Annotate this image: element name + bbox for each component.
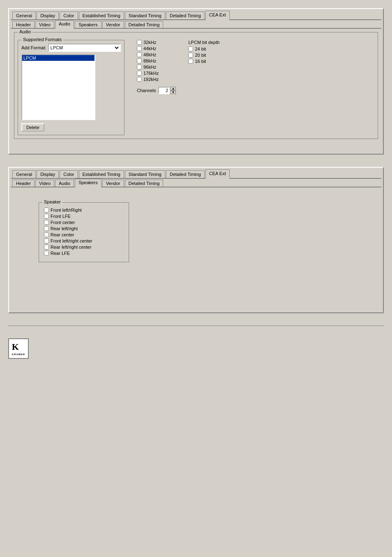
subtab-audio-2[interactable]: Audio	[55, 180, 74, 187]
tab-general-2[interactable]: General	[12, 170, 36, 178]
subtab-header-1[interactable]: Header	[12, 21, 35, 28]
speaker-front-left-right-checkbox[interactable]	[44, 208, 49, 213]
tab-standard-timing-1[interactable]: Standard Timing	[125, 12, 165, 19]
freq-176khz-label: 176kHz	[143, 71, 159, 76]
freq-176khz-row: 176kHz	[137, 71, 176, 76]
subtab-vendor-2[interactable]: Vendor	[102, 180, 124, 187]
tab-established-timing-1[interactable]: Established Timing	[79, 12, 124, 19]
lpcm-bit-depth-label: LPCM bit depth	[188, 40, 219, 45]
subtab-vendor-1[interactable]: Vendor	[102, 21, 124, 28]
add-format-label: Add Format:	[21, 45, 46, 50]
speaker-front-lr-center-checkbox[interactable]	[44, 238, 49, 243]
subtab-detailed-timing-1[interactable]: Detailed Timing	[125, 21, 164, 28]
speakers-content: Speaker Front left/rRight Front LFE Fron…	[14, 191, 378, 270]
speaker-rear-lr-center-row: Rear left/right center	[44, 245, 122, 250]
bit-16-label: 16 bit	[195, 59, 206, 64]
bit-20-checkbox[interactable]	[188, 53, 193, 58]
main-tab-bar-2: General Display Color Established Timing…	[11, 169, 381, 179]
channels-row: Channels ▲ ▼	[137, 87, 176, 94]
tab-standard-timing-2[interactable]: Standard Timing	[125, 170, 165, 178]
subtab-detailed-timing-2[interactable]: Detailed Timing	[125, 180, 164, 187]
speaker-rear-lr-center-label: Rear left/right center	[51, 245, 92, 250]
logo-area: K KRAMER	[8, 330, 384, 359]
channels-label: Channels	[137, 88, 156, 93]
speaker-front-center-checkbox[interactable]	[44, 220, 49, 225]
speaker-front-lr-center-row: Front left/right center	[44, 238, 122, 243]
sub-tab-bar-2: Header Video Audio Speakers Vendor Detai…	[11, 179, 381, 187]
speaker-rear-lfe-checkbox[interactable]	[44, 251, 49, 256]
add-format-row: Add Format: LPCM	[21, 44, 121, 52]
speaker-front-left-right-row: Front left/rRight	[44, 208, 122, 213]
spinner-up-button[interactable]: ▲	[170, 87, 176, 90]
speaker-front-center-label: Front center	[51, 220, 75, 225]
tab-color-1[interactable]: Color	[60, 12, 78, 19]
bit-16-checkbox[interactable]	[188, 59, 193, 64]
spinner-buttons: ▲ ▼	[170, 87, 176, 94]
lpcm-section: LPCM bit depth 24 bit 20 bit 16 bit	[188, 40, 219, 65]
freq-96khz-checkbox[interactable]	[137, 65, 142, 69]
speaker-front-left-right-label: Front left/rRight	[51, 208, 82, 213]
speaker-rear-center-checkbox[interactable]	[44, 232, 49, 237]
logo-content: K KRAMER	[12, 342, 25, 356]
tab-display-2[interactable]: Display	[37, 170, 59, 178]
speaker-rear-center-label: Rear center	[51, 232, 74, 237]
panel-2: General Display Color Established Timing…	[8, 167, 384, 313]
sub-tab-bar-1: Header Video Audio Speakers Vendor Detai…	[11, 20, 381, 29]
freq-96khz-row: 96kHz	[137, 65, 176, 69]
bit-24-row: 24 bit	[188, 46, 219, 51]
audio-content: Supported Formats Add Format: LPCM LPCM …	[18, 36, 374, 135]
speaker-front-lfe-label: Front LFE	[51, 214, 71, 219]
tab-general-1[interactable]: General	[12, 12, 36, 19]
audio-section-label: Audio	[18, 29, 32, 34]
spinner-down-button[interactable]: ▼	[170, 90, 176, 94]
freq-32khz-label: 32kHz	[143, 40, 156, 45]
subtab-audio-1[interactable]: Audio	[55, 20, 74, 29]
logo-k-letter: K	[12, 342, 19, 352]
subtab-video-1[interactable]: Video	[35, 21, 54, 28]
audio-section: Audio Supported Formats Add Format: LPCM…	[14, 32, 378, 139]
subtab-speakers-1[interactable]: Speakers	[75, 21, 101, 28]
speaker-rear-lr-center-checkbox[interactable]	[44, 245, 49, 250]
speaker-group-label: Speaker	[42, 199, 62, 204]
tab-cea-ext-2[interactable]: CEA Ext	[205, 169, 230, 179]
speaker-front-center-row: Front center	[44, 220, 122, 225]
supported-formats-group: Supported Formats Add Format: LPCM LPCM …	[18, 40, 125, 135]
speaker-rear-lfe-label: Rear LFE	[51, 251, 70, 256]
add-format-select[interactable]: LPCM	[48, 44, 121, 52]
freq-32khz-checkbox[interactable]	[137, 40, 142, 45]
subtab-video-2[interactable]: Video	[35, 180, 54, 187]
speaker-rear-lfe-row: Rear LFE	[44, 251, 122, 256]
freq-192khz-label: 192kHz	[143, 77, 159, 82]
bit-20-label: 20 bit	[195, 53, 206, 58]
freq-176khz-checkbox[interactable]	[137, 71, 142, 76]
freq-44khz-checkbox[interactable]	[137, 46, 142, 51]
subtab-speakers-2[interactable]: Speakers	[75, 179, 101, 187]
panel-1: General Display Color Established Timing…	[8, 8, 384, 155]
freq-32khz-row: 32kHz	[137, 40, 176, 45]
tab-cea-ext-1[interactable]: CEA Ext	[205, 11, 230, 20]
channels-input[interactable]	[158, 87, 170, 94]
bit-24-label: 24 bit	[195, 46, 206, 51]
freq-48khz-checkbox[interactable]	[137, 52, 142, 57]
freq-88khz-checkbox[interactable]	[137, 58, 142, 63]
speaker-front-lfe-checkbox[interactable]	[44, 214, 49, 219]
tab-display-1[interactable]: Display	[37, 12, 59, 19]
freq-48khz-label: 48kHz	[143, 52, 156, 57]
listbox-item-lpcm[interactable]: LPCM	[22, 55, 95, 61]
channels-spinner: ▲ ▼	[158, 87, 176, 94]
logo-brand-name: KRAMER	[12, 353, 25, 356]
speaker-rear-left-right-row: Rear left/right	[44, 226, 122, 231]
tab-detailed-timing-2[interactable]: Detailed Timing	[166, 170, 205, 178]
subtab-header-2[interactable]: Header	[12, 180, 35, 187]
bit-20-row: 20 bit	[188, 53, 219, 58]
tab-color-2[interactable]: Color	[60, 170, 78, 178]
format-listbox[interactable]: LPCM	[21, 54, 95, 120]
bit-24-checkbox[interactable]	[188, 46, 193, 51]
delete-button[interactable]: Delete	[21, 123, 44, 132]
tab-detailed-timing-1[interactable]: Detailed Timing	[166, 12, 205, 19]
tab-established-timing-2[interactable]: Established Timing	[79, 170, 124, 178]
freq-96khz-label: 96kHz	[143, 65, 156, 69]
freq-192khz-checkbox[interactable]	[137, 77, 142, 82]
bottom-divider	[8, 326, 384, 326]
speaker-rear-left-right-checkbox[interactable]	[44, 226, 49, 231]
